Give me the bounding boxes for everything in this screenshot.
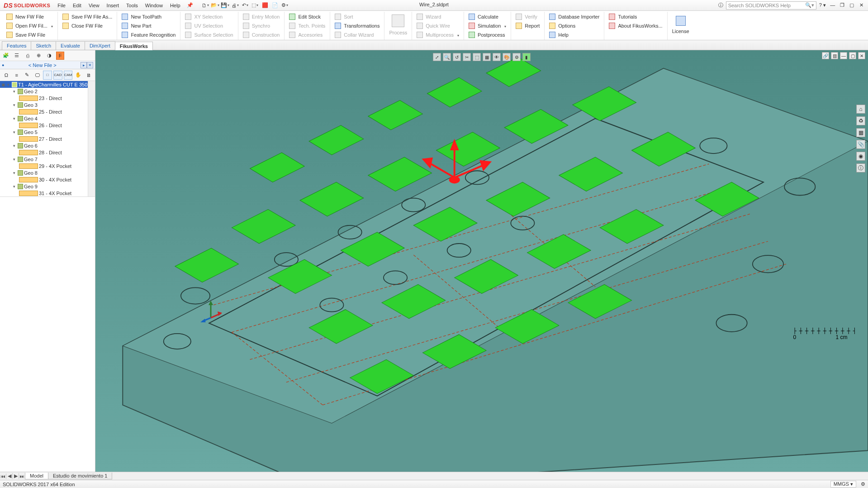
tool-display-icon[interactable]: 🖵: [33, 71, 42, 80]
search-input[interactable]: Search SOLIDWORKS Help 🔍▾: [726, 1, 816, 10]
new-part-button[interactable]: New Part: [121, 22, 176, 30]
vp-close-icon[interactable]: ✕: [858, 52, 865, 59]
hud-orientation-icon[interactable]: ⬚: [473, 53, 481, 61]
graphics-viewport[interactable]: ⤢ 🔍 ↺ ✂ ⬚ ▦ 👁 🎨 ⚙ ▮ 🔗 ▥ — ▢ ✕ ⌂ ♻ ▦ 📎 ◉ …: [95, 50, 868, 472]
tab-sketch[interactable]: Sketch: [31, 41, 56, 50]
save-fw-file-as-button[interactable]: Save FW File As...: [62, 13, 113, 21]
tree-geo-row[interactable]: ▾Geo 7: [0, 156, 95, 163]
tree-geo-row[interactable]: ▾Geo 8: [0, 169, 95, 176]
close-fw-file-button[interactable]: Close FW File: [62, 22, 113, 30]
vp-maximize-icon[interactable]: ▢: [849, 52, 856, 59]
tree-op-row[interactable]: 27 - Direct: [0, 135, 95, 142]
tree-op-row[interactable]: 31 - 4X Pocket: [0, 190, 95, 196]
menu-insert[interactable]: Insert: [103, 1, 123, 10]
tree-geo-row[interactable]: ▾Geo 6: [0, 142, 95, 149]
vp-minimize-icon[interactable]: —: [840, 52, 847, 59]
orientation-triad[interactable]: [199, 300, 222, 322]
search-icon[interactable]: 🔍▾: [805, 2, 814, 8]
side-info-icon[interactable]: ⓘ: [856, 163, 865, 172]
restore-button[interactable]: ❐: [838, 2, 846, 8]
help-button[interactable]: Help: [548, 31, 600, 39]
side-sphere-icon[interactable]: ◉: [856, 152, 865, 161]
help-info-icon[interactable]: ⓘ: [718, 2, 723, 9]
bottom-tab-model[interactable]: Model: [25, 473, 48, 479]
hud-appearance-icon[interactable]: 🎨: [503, 53, 511, 61]
tutorials-button[interactable]: Tutorials: [608, 13, 663, 21]
menu-tools[interactable]: Tools: [123, 1, 142, 10]
tool-sheet-icon[interactable]: 🗎: [84, 71, 93, 80]
qat-print-button[interactable]: 🖨: [231, 1, 239, 10]
hud-scene-icon[interactable]: ⚙: [512, 53, 521, 61]
hud-prev-view-icon[interactable]: ↺: [453, 53, 461, 61]
tab-nav-last-icon[interactable]: ⏭: [19, 474, 25, 479]
tool-cad-button[interactable]: CAD: [53, 71, 62, 80]
menu-file[interactable]: File: [54, 1, 69, 10]
side-home-icon[interactable]: ⌂: [856, 105, 865, 114]
license-button[interactable]: License: [671, 13, 690, 37]
tree-geo-row[interactable]: ▾Geo 4: [0, 115, 95, 122]
menu-window[interactable]: Window: [142, 1, 166, 10]
fm-tab-config-icon[interactable]: ⎙: [24, 52, 32, 60]
pin-menu-icon[interactable]: 📌: [187, 2, 193, 8]
tool-hand-icon[interactable]: ✋: [74, 71, 83, 80]
side-recycle-icon[interactable]: ♻: [856, 116, 865, 125]
tab-nav-first-icon[interactable]: ⏮: [0, 474, 6, 479]
vp-tile-icon[interactable]: ▥: [831, 52, 838, 59]
tree-geo-row[interactable]: ▾Geo 2: [0, 88, 95, 95]
fm-tab-tree-icon[interactable]: 🧩: [2, 52, 10, 60]
hud-display-style-icon[interactable]: ▦: [483, 53, 491, 61]
calculate-button[interactable]: Calculate: [468, 13, 507, 21]
menu-view[interactable]: View: [85, 1, 103, 10]
tab-dimxpert[interactable]: DimXpert: [85, 41, 115, 50]
menu-edit[interactable]: Edit: [69, 1, 85, 10]
fm-tab-display-icon[interactable]: ◑: [45, 52, 53, 60]
tree-op-row[interactable]: 23 - Direct: [0, 95, 95, 101]
feature-recognition-button[interactable]: Feature Recognition: [121, 31, 176, 39]
minimize-button[interactable]: —: [829, 2, 837, 8]
side-clip-icon[interactable]: 📎: [856, 140, 865, 149]
report-button[interactable]: Report: [515, 22, 541, 30]
fm-tab-dimxpert-icon[interactable]: ⊕: [34, 52, 43, 60]
tool-wirepath-icon[interactable]: Ω: [2, 71, 11, 80]
tree-geo-row[interactable]: ▾Geo 5: [0, 129, 95, 135]
hud-render-icon[interactable]: ▮: [522, 53, 531, 61]
fm-tab-property-icon[interactable]: ☰: [13, 52, 21, 60]
tree-scrollbar[interactable]: [88, 81, 95, 196]
maximize-button[interactable]: ▢: [848, 2, 856, 8]
transformations-button[interactable]: Transformations: [334, 22, 380, 30]
qat-rebuild-button[interactable]: 🟥: [261, 1, 269, 10]
hud-zoom-fit-icon[interactable]: ⤢: [433, 53, 441, 61]
postprocess-button[interactable]: Postprocess: [468, 31, 507, 39]
status-units[interactable]: MMGS ▾: [830, 481, 856, 488]
menu-help[interactable]: Help: [166, 1, 184, 10]
tree-op-row[interactable]: 25 - Direct: [0, 108, 95, 115]
tool-edit-icon[interactable]: ✎: [23, 71, 32, 80]
close-button[interactable]: ✕: [857, 2, 865, 8]
tree-geo-row[interactable]: ▾Geo 9: [0, 183, 95, 190]
hud-hide-show-icon[interactable]: 👁: [493, 53, 501, 61]
status-options-icon[interactable]: ⚙: [861, 481, 865, 487]
vp-link-icon[interactable]: 🔗: [822, 52, 829, 59]
panel-expand-icon[interactable]: ▸: [81, 62, 87, 68]
about-fikusworks-button[interactable]: About FikusWorks...: [608, 22, 663, 30]
qat-options-button[interactable]: ⚙: [281, 1, 289, 10]
edit-stock-button[interactable]: Edit Stock: [288, 13, 326, 21]
help-dropdown[interactable]: ? ▾: [819, 2, 826, 8]
new-fw-file-button[interactable]: New FW File: [5, 13, 54, 21]
side-box-icon[interactable]: ▦: [856, 128, 865, 137]
database-importer-button[interactable]: Database Importer: [548, 13, 600, 21]
feature-tree[interactable]: ▣▾ T1 - AgieCharmilles CUT E 350 ▾Geo 22…: [0, 81, 95, 197]
new-toolpath-button[interactable]: New ToolPath: [121, 13, 176, 21]
hud-zoom-area-icon[interactable]: 🔍: [443, 53, 451, 61]
simulation-button[interactable]: Simulation: [468, 22, 507, 30]
fm-tab-fikus-icon[interactable]: F: [56, 52, 64, 60]
tab-features[interactable]: Features: [2, 41, 31, 50]
tab-nav-next-icon[interactable]: ▶: [13, 473, 19, 479]
tree-op-row[interactable]: 30 - 4X Pocket: [0, 176, 95, 183]
qat-open-button[interactable]: 📂: [211, 1, 219, 10]
qat-save-button[interactable]: 💾: [221, 1, 229, 10]
tool-stock-icon[interactable]: ≡: [12, 71, 21, 80]
tool-cam-button[interactable]: CAM: [64, 71, 73, 80]
panel-close-icon[interactable]: ✕: [87, 62, 93, 68]
qat-filesettings-button[interactable]: 📄: [271, 1, 279, 10]
